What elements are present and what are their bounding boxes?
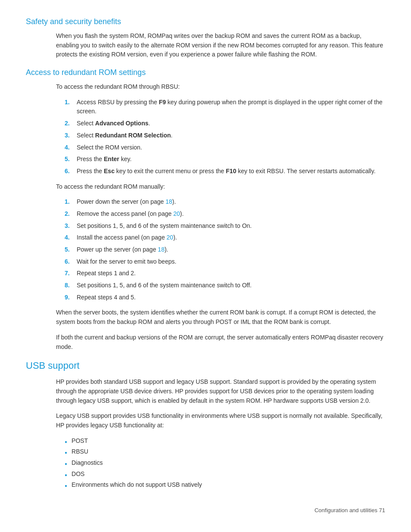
manual-num-1: 1. [65,197,77,207]
bullet-icon-4: ● [65,472,67,479]
manual-text-9: Repeat steps 4 and 5. [77,293,385,302]
rbsu-step-6: 6. Press the Esc key to exit the current… [65,167,385,176]
manual-step-3: 3. Set positions 1, 5, and 6 of the syst… [65,221,385,231]
step-text-6: Press the Esc key to exit the current me… [77,167,385,176]
rbsu-step-4: 4. Select the ROM version. [65,143,385,152]
usb-item-post: POST [72,436,88,446]
page-footer: Configuration and utilities 71 [26,507,385,513]
bullet-icon-5: ● [65,482,67,489]
manual-num-3: 3. [65,221,77,231]
usb-item-dos: DOS [72,470,84,479]
manual-step-2: 2. Remove the access panel (on page 20). [65,209,385,219]
step-text-1: Access RBSU by pressing the F9 key durin… [77,98,385,116]
bullet-icon-3: ● [65,460,67,467]
usb-bullet-env: ● Environments which do not support USB … [65,480,385,490]
redundant-section: Access to redundant ROM settings To acce… [26,68,385,352]
manual-step-8: 8. Set positions 1, 5, and 6 of the syst… [65,281,385,290]
safety-heading: Safety and security benefits [26,17,385,26]
bullet-icon-2: ● [65,449,67,456]
usb-bullet-list: ● POST ● RBSU ● Diagnostics ● DOS ● Envi… [65,436,385,490]
usb-bullet-dos: ● DOS [65,470,385,479]
manual-step-9: 9. Repeat steps 4 and 5. [65,293,385,302]
manual-step-4: 4. Install the access panel (on page 20)… [65,233,385,243]
manual-num-9: 9. [65,293,77,302]
manual-step-1: 1. Power down the server (on page 18). [65,197,385,207]
manual-text-4: Install the access panel (on page 20). [77,233,385,243]
manual-step-7: 7. Repeat steps 1 and 2. [65,269,385,278]
usb-bullet-diagnostics: ● Diagnostics [65,458,385,468]
manual-step-5: 5. Power up the server (on page 18). [65,245,385,255]
step-num-4: 4. [65,143,77,152]
manual-num-7: 7. [65,269,77,278]
usb-item-env: Environments which do not support USB na… [72,480,202,490]
link-20-1[interactable]: 20 [173,210,180,217]
rbsu-intro: To access the redundant ROM through RBSU… [56,82,385,92]
usb-para1: HP provides both standard USB support an… [56,377,385,405]
manual-num-4: 4. [65,233,77,243]
step-num-2: 2. [65,119,77,128]
bullet-icon-1: ● [65,439,67,445]
step-num-6: 6. [65,167,77,176]
safety-body: When you flash the system ROM, ROMPaq wr… [56,31,385,59]
manual-step-6: 6. Wait for the server to emit two beeps… [65,257,385,267]
manual-intro: To access the redundant ROM manually: [56,182,385,192]
manual-steps-list: 1. Power down the server (on page 18). 2… [65,197,385,302]
manual-text-8: Set positions 1, 5, and 6 of the system … [77,281,385,290]
step-num-1: 1. [65,98,77,116]
step-text-2: Select Advanced Options. [77,119,385,128]
rbsu-step-1: 1. Access RBSU by pressing the F9 key du… [65,98,385,116]
manual-num-8: 8. [65,281,77,290]
link-20-2[interactable]: 20 [167,234,174,241]
usb-item-diagnostics: Diagnostics [72,458,103,468]
usb-content: HP provides both standard USB support an… [56,377,385,490]
manual-num-5: 5. [65,245,77,255]
safety-text: When you flash the system ROM, ROMPaq wr… [56,31,385,59]
link-18-1[interactable]: 18 [165,198,172,205]
manual-text-3: Set positions 1, 5, and 6 of the system … [77,221,385,231]
manual-text-5: Power up the server (on page 18). [77,245,385,255]
usb-para2: Legacy USB support provides USB function… [56,411,385,430]
manual-text-2: Remove the access panel (on page 20). [77,209,385,219]
manual-num-6: 6. [65,257,77,267]
link-18-2[interactable]: 18 [158,246,165,253]
step-num-3: 3. [65,131,77,140]
rbsu-step-2: 2. Select Advanced Options. [65,119,385,128]
usb-section: USB support HP provides both standard US… [26,360,385,490]
manual-text-7: Repeat steps 1 and 2. [77,269,385,278]
page-number: Configuration and utilities 71 [314,507,385,513]
redundant-footer1: When the server boots, the system identi… [56,308,385,327]
step-text-4: Select the ROM version. [77,143,385,152]
usb-heading: USB support [26,360,385,371]
redundant-heading: Access to redundant ROM settings [26,68,385,77]
step-text-3: Select Redundant ROM Selection. [77,131,385,140]
manual-text-6: Wait for the server to emit two beeps. [77,257,385,267]
rbsu-step-3: 3. Select Redundant ROM Selection. [65,131,385,140]
rbsu-step-5: 5. Press the Enter key. [65,155,385,164]
redundant-footer2: If both the current and backup versions … [56,333,385,352]
usb-bullet-post: ● POST [65,436,385,446]
step-num-5: 5. [65,155,77,164]
manual-text-1: Power down the server (on page 18). [77,197,385,207]
safety-section: Safety and security benefits When you fl… [26,17,385,59]
redundant-content: To access the redundant ROM through RBSU… [56,82,385,352]
usb-bullet-rbsu: ● RBSU [65,447,385,457]
usb-item-rbsu: RBSU [72,447,88,457]
manual-num-2: 2. [65,209,77,219]
step-text-5: Press the Enter key. [77,155,385,164]
rbsu-steps-list: 1. Access RBSU by pressing the F9 key du… [65,98,385,176]
